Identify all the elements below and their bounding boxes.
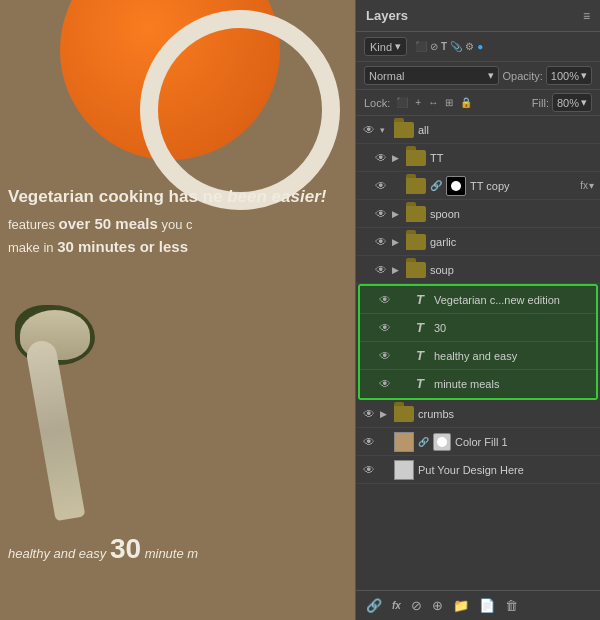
expand-tt[interactable]: ▶ (392, 153, 402, 163)
filter-dot-icon[interactable]: ● (477, 41, 483, 52)
fx-icon[interactable]: fx (390, 598, 403, 613)
panel-title: Layers (366, 8, 408, 23)
folder-thumb-crumbs (394, 404, 414, 424)
text-thumb-veg: T (410, 290, 430, 310)
lock-position-icon[interactable]: + (413, 96, 423, 109)
spoon-area (10, 320, 170, 520)
lock-pixels-icon[interactable]: ⬛ (394, 96, 410, 109)
opacity-control: Opacity: 100% ▾ (503, 66, 593, 85)
text-line2c: you c (158, 217, 193, 232)
eye-icon-design[interactable]: 👁 (362, 463, 376, 477)
panel-header: Layers ≡ (356, 0, 600, 32)
layer-spoon[interactable]: 👁 ▶ spoon (356, 200, 600, 228)
filter-type-icon[interactable]: T (441, 41, 447, 52)
kind-label: Kind (370, 41, 392, 53)
expand-soup[interactable]: ▶ (392, 265, 402, 275)
fill-val: 80% (557, 97, 579, 109)
text-thumb-minute: T (410, 374, 430, 394)
layer-30[interactable]: 👁 T 30 (360, 314, 596, 342)
layer-garlic[interactable]: 👁 ▶ garlic (356, 228, 600, 256)
layer-color-fill[interactable]: 👁 🔗 Color Fill 1 (356, 428, 600, 456)
bottom-text-num: 30 (110, 533, 141, 564)
folder-thumb-spoon (406, 204, 426, 224)
add-mask-icon[interactable]: ⊘ (409, 596, 424, 615)
filter-pixel-icon[interactable]: ⬛ (415, 41, 427, 52)
expand-spoon[interactable]: ▶ (392, 209, 402, 219)
eye-icon-soup[interactable]: 👁 (374, 263, 388, 277)
lock-transform-icon[interactable]: ↔ (426, 96, 440, 109)
eye-icon-crumbs[interactable]: 👁 (362, 407, 376, 421)
layer-name-soup: soup (430, 264, 594, 276)
text-thumb-healthy: T (410, 346, 430, 366)
new-adjustment-icon[interactable]: ⊕ (430, 596, 445, 615)
layer-healthy[interactable]: 👁 T healthy and easy (360, 342, 596, 370)
search-filter-icons: ⬛ ⊘ T 📎 ⚙ ● (415, 41, 483, 52)
blend-mode-select[interactable]: Normal ▾ (364, 66, 499, 85)
eye-icon-tt-copy[interactable]: 👁 (374, 179, 388, 193)
layer-veg-text[interactable]: 👁 T Vegetarian c...new edition (360, 286, 596, 314)
layer-all[interactable]: 👁 ▾ all (356, 116, 600, 144)
mask-thumb-cf (433, 433, 451, 451)
delete-layer-icon[interactable]: 🗑 (503, 596, 520, 615)
text-thumb-30: T (410, 318, 430, 338)
layer-name-tt-copy: TT copy (470, 180, 576, 192)
layer-name-all: all (418, 124, 594, 136)
expand-crumbs[interactable]: ▶ (380, 409, 390, 419)
layer-name-garlic: garlic (430, 236, 594, 248)
color-fill-thumb (394, 432, 414, 452)
folder-thumb-tt (406, 148, 426, 168)
eye-icon-tt[interactable]: 👁 (374, 151, 388, 165)
text-line3a: make in (8, 240, 57, 255)
layer-name-crumbs: crumbs (418, 408, 594, 420)
lock-all-icon[interactable]: 🔒 (458, 96, 474, 109)
filter-smart-icon[interactable]: ⚙ (465, 41, 474, 52)
design-thumb (394, 460, 414, 480)
layers-panel: Layers ≡ Kind ▾ ⬛ ⊘ T 📎 ⚙ ● Normal ▾ Opa… (355, 0, 600, 620)
link-layers-icon[interactable]: 🔗 (364, 596, 384, 615)
kind-dropdown[interactable]: Kind ▾ (364, 37, 407, 56)
layer-name-veg: Vegetarian c...new edition (434, 294, 590, 306)
eye-icon-healthy[interactable]: 👁 (378, 349, 392, 363)
lock-fill-row: Lock: ⬛ + ↔ ⊞ 🔒 Fill: 80% ▾ (356, 90, 600, 116)
expand-all[interactable]: ▾ (380, 125, 390, 135)
layer-crumbs[interactable]: 👁 ▶ crumbs (356, 400, 600, 428)
fill-value-field[interactable]: 80% ▾ (552, 93, 592, 112)
eye-icon-spoon[interactable]: 👁 (374, 207, 388, 221)
expand-garlic[interactable]: ▶ (392, 237, 402, 247)
layer-soup[interactable]: 👁 ▶ soup (356, 256, 600, 284)
layer-tt-copy[interactable]: 👁 🔗 TT copy fx ▾ (356, 172, 600, 200)
text-line1b: been easier! (227, 187, 326, 206)
blend-mode-value: Normal (369, 70, 404, 82)
fx-arrow: ▾ (589, 180, 594, 191)
fx-badge-tt-copy[interactable]: fx ▾ (580, 180, 594, 191)
new-layer-icon[interactable]: 📄 (477, 596, 497, 615)
eye-icon-all[interactable]: 👁 (362, 123, 376, 137)
background-text: Vegetarian cooking has ne been easier! f… (8, 185, 348, 257)
folder-thumb-tt-copy (406, 176, 426, 196)
text-line3b: 30 minutes or less (57, 238, 188, 255)
spoon-body (25, 339, 86, 521)
fill-arrow: ▾ (581, 96, 587, 109)
layer-name-minute: minute meals (434, 378, 590, 390)
eye-icon-minute[interactable]: 👁 (378, 377, 392, 391)
filter-shape-icon[interactable]: 📎 (450, 41, 462, 52)
folder-thumb-garlic (406, 232, 426, 252)
layer-minute[interactable]: 👁 T minute meals (360, 370, 596, 398)
folder-thumb-soup (406, 260, 426, 280)
eye-icon-30[interactable]: 👁 (378, 321, 392, 335)
lock-artboards-icon[interactable]: ⊞ (443, 96, 455, 109)
blend-opacity-row: Normal ▾ Opacity: 100% ▾ (356, 62, 600, 90)
opacity-value-field[interactable]: 100% ▾ (546, 66, 592, 85)
filter-adjustment-icon[interactable]: ⊘ (430, 41, 438, 52)
eye-icon-garlic[interactable]: 👁 (374, 235, 388, 249)
layer-tt[interactable]: 👁 ▶ TT (356, 144, 600, 172)
layer-design[interactable]: 👁 Put Your Design Here (356, 456, 600, 484)
bottom-text-suffix: minute m (141, 546, 198, 561)
text-line1a: Vegetarian cooking has ne (8, 187, 222, 206)
new-group-icon[interactable]: 📁 (451, 596, 471, 615)
opacity-arrow: ▾ (581, 69, 587, 82)
panel-menu-icon[interactable]: ≡ (583, 9, 590, 23)
eye-icon-colorfill[interactable]: 👁 (362, 435, 376, 449)
eye-icon-veg[interactable]: 👁 (378, 293, 392, 307)
link-icon-tt-copy: 🔗 (430, 180, 442, 191)
